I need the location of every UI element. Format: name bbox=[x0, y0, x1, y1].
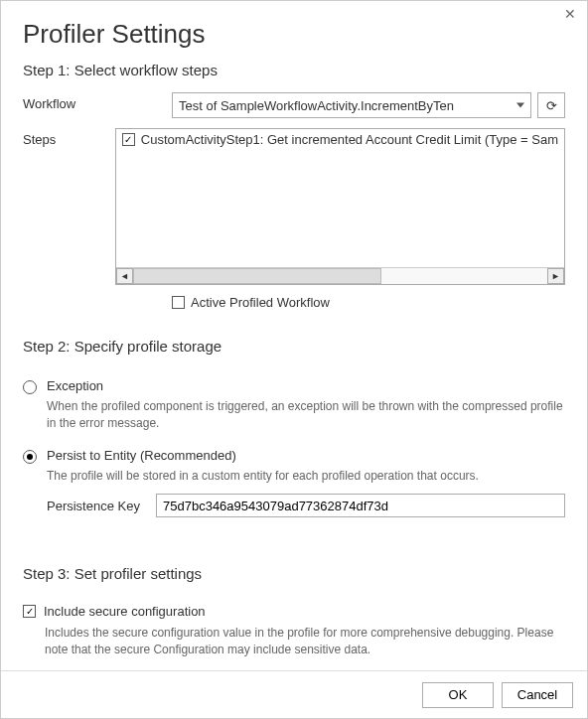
include-secure-checkbox[interactable] bbox=[23, 605, 36, 618]
include-secure-label: Include secure configuration bbox=[44, 604, 206, 619]
exception-radio[interactable] bbox=[23, 380, 37, 394]
page-title: Profiler Settings bbox=[23, 19, 565, 50]
steps-label: Steps bbox=[23, 128, 115, 147]
step1-title: Step 1: Select workflow steps bbox=[23, 62, 565, 78]
scroll-track[interactable] bbox=[133, 268, 547, 284]
horizontal-scrollbar[interactable]: ◄ ► bbox=[116, 267, 564, 284]
step2-title: Step 2: Specify profile storage bbox=[23, 338, 565, 355]
exception-desc: When the profiled component is triggered… bbox=[47, 398, 565, 432]
chevron-down-icon bbox=[516, 103, 524, 108]
scroll-left-button[interactable]: ◄ bbox=[116, 268, 133, 284]
cancel-button[interactable]: Cancel bbox=[502, 682, 573, 708]
close-icon[interactable]: ✕ bbox=[561, 5, 579, 23]
refresh-button[interactable]: ⟳ bbox=[537, 92, 565, 118]
include-secure-desc: Includes the secure configuration value … bbox=[45, 625, 565, 658]
scroll-right-button[interactable]: ► bbox=[547, 268, 564, 284]
list-item[interactable]: CustomActivityStep1: Get incremented Acc… bbox=[116, 129, 564, 150]
active-profiled-label: Active Profiled Workflow bbox=[191, 295, 330, 310]
refresh-icon: ⟳ bbox=[546, 98, 557, 113]
persist-radio[interactable] bbox=[23, 450, 37, 464]
step-item-text: CustomActivityStep1: Get incremented Acc… bbox=[141, 132, 558, 147]
workflow-value: Test of SampleWorkflowActivity.Increment… bbox=[179, 98, 454, 113]
workflow-label: Workflow bbox=[23, 92, 172, 111]
exception-radio-label: Exception bbox=[47, 378, 103, 393]
step3-title: Step 3: Set profiler settings bbox=[23, 565, 565, 582]
dialog-footer: OK Cancel bbox=[1, 670, 587, 718]
scroll-thumb[interactable] bbox=[133, 268, 381, 284]
persist-desc: The profile will be stored in a custom e… bbox=[47, 468, 565, 485]
active-profiled-checkbox[interactable] bbox=[172, 296, 185, 309]
persistence-key-input[interactable] bbox=[156, 494, 565, 517]
persistence-key-label: Persistence Key bbox=[47, 499, 146, 513]
persist-radio-label: Persist to Entity (Recommended) bbox=[47, 448, 236, 463]
step-checkbox[interactable] bbox=[122, 133, 135, 146]
workflow-select[interactable]: Test of SampleWorkflowActivity.Increment… bbox=[172, 92, 531, 118]
steps-listbox[interactable]: CustomActivityStep1: Get incremented Acc… bbox=[115, 128, 565, 285]
ok-button[interactable]: OK bbox=[422, 682, 494, 708]
